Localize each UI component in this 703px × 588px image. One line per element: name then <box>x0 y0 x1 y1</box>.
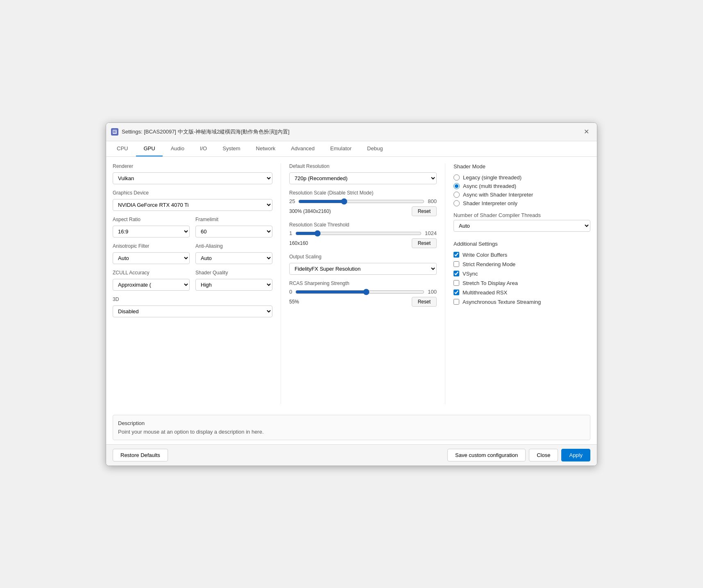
title-bar-left: Settings: [BCAS20097] 中文版-神秘海域2縱橫四海[動作角色… <box>111 128 290 136</box>
shader-legacy-label: Legacy (single threaded) <box>463 174 522 181</box>
description-text: Point your mouse at an option to display… <box>118 429 585 435</box>
tab-system[interactable]: System <box>215 141 247 156</box>
graphics-device-select[interactable]: NVIDIA GeForce RTX 4070 Ti <box>113 199 272 211</box>
save-custom-button[interactable]: Save custom configuration <box>447 449 526 461</box>
shader-legacy[interactable]: Legacy (single threaded) <box>454 174 590 181</box>
tab-advanced[interactable]: Advanced <box>283 141 322 156</box>
renderer-select[interactable]: Vulkan OpenGL Null <box>113 172 272 184</box>
async-texture-label: Asynchronous Texture Streaming <box>463 299 541 305</box>
mid-right-separator <box>445 163 445 404</box>
graphics-device-group: Graphics Device NVIDIA GeForce RTX 4070 … <box>113 190 272 211</box>
shader-async-interpreter-label: Async with Shader Interpreter <box>463 192 533 198</box>
restore-defaults-button[interactable]: Restore Defaults <box>113 449 168 461</box>
anti-aliasing-group: Anti-Aliasing Auto None FXAA TAA <box>195 243 272 264</box>
apply-button[interactable]: Apply <box>561 449 590 461</box>
description-box: Description Point your mouse at an optio… <box>113 415 590 440</box>
res-scale-value-row: 300% (3840x2160) Reset <box>289 206 437 216</box>
checkbox-vsync[interactable]: VSync <box>454 271 590 277</box>
checkbox-async-texture[interactable]: Asynchronous Texture Streaming <box>454 299 590 305</box>
res-threshold-slider[interactable] <box>295 230 422 237</box>
shader-quality-group: Shader Quality High Medium Low <box>195 270 272 291</box>
anisotropic-filter-group: Anisotropic Filter Auto 2x 4x 8x 16x <box>113 243 190 264</box>
checkbox-stretch-display[interactable]: Stretch To Display Area <box>454 280 590 286</box>
checkbox-write-color-buffers[interactable]: Write Color Buffers <box>454 252 590 258</box>
shader-interpreter-only[interactable]: Shader Interpreter only <box>454 200 590 206</box>
footer-left: Restore Defaults <box>113 449 168 461</box>
app-icon <box>111 128 118 136</box>
anisotropic-filter-select[interactable]: Auto 2x 4x 8x 16x <box>113 252 190 264</box>
threed-group: 3D Disabled Anaglyph Side-by-side <box>113 296 272 317</box>
res-threshold-slider-row: 1 1024 <box>289 230 437 237</box>
rcas-min: 0 <box>289 289 292 295</box>
res-scale-min: 25 <box>289 198 295 204</box>
multithreaded-rsx-checkbox[interactable] <box>454 289 459 295</box>
shader-async-radio[interactable] <box>454 183 460 189</box>
rcas-slider-row: 0 100 <box>289 289 437 295</box>
stretch-display-checkbox[interactable] <box>454 280 459 286</box>
rcas-reset-button[interactable]: Reset <box>412 297 437 307</box>
multithreaded-rsx-label: Multithreaded RSX <box>463 289 507 296</box>
tab-network[interactable]: Network <box>249 141 283 156</box>
svg-rect-2 <box>113 131 116 132</box>
shader-async-interpreter[interactable]: Async with Shader Interpreter <box>454 192 590 198</box>
res-threshold-reset-button[interactable]: Reset <box>412 238 437 248</box>
aspect-ratio-select[interactable]: 16:9 4:3 Auto <box>113 226 190 237</box>
checkbox-strict-rendering[interactable]: Strict Rendering Mode <box>454 261 590 267</box>
anisotropic-filter-label: Anisotropic Filter <box>113 243 190 249</box>
shader-radio-group: Legacy (single threaded) Async (multi th… <box>454 174 590 206</box>
tab-emulator[interactable]: Emulator <box>323 141 359 156</box>
aspect-ratio-label: Aspect Ratio <box>113 217 190 222</box>
threed-select[interactable]: Disabled Anaglyph Side-by-side <box>113 305 272 317</box>
main-content: Renderer Vulkan OpenGL Null Graphics Dev… <box>106 157 597 411</box>
default-resolution-select[interactable]: 720p (Recommended) 1080p 480p 4K <box>289 172 437 184</box>
res-scale-slider[interactable] <box>298 198 424 205</box>
zcull-accuracy-select[interactable]: Approximate ( Precise Relaxed <box>113 279 190 291</box>
tab-debug[interactable]: Debug <box>360 141 390 156</box>
tab-io[interactable]: I/O <box>193 141 214 156</box>
res-threshold-display: 160x160 <box>289 240 308 246</box>
res-scale-reset-button[interactable]: Reset <box>412 206 437 216</box>
framelimit-select[interactable]: Off 30 60 Auto <box>195 226 272 237</box>
res-threshold-label: Resolution Scale Threshold <box>289 222 437 228</box>
output-scaling-select[interactable]: FidelityFX Super Resolution Bilinear Nea… <box>289 263 437 275</box>
close-button[interactable]: ✕ <box>581 126 592 138</box>
rcas-label: RCAS Sharpening Strength <box>289 280 437 286</box>
strict-rendering-label: Strict Rendering Mode <box>463 261 515 267</box>
shader-legacy-radio[interactable] <box>454 174 460 181</box>
tab-gpu[interactable]: GPU <box>136 141 162 156</box>
zcull-shader-row: ZCULL Accuracy Approximate ( Precise Rel… <box>113 270 272 291</box>
shader-mode-title: Shader Mode <box>454 163 590 170</box>
tab-audio[interactable]: Audio <box>163 141 192 156</box>
footer-right: Save custom configuration Close Apply <box>447 449 590 461</box>
shader-async-interpreter-radio[interactable] <box>454 192 460 198</box>
footer: Restore Defaults Save custom configurati… <box>106 444 597 466</box>
zcull-accuracy-group: ZCULL Accuracy Approximate ( Precise Rel… <box>113 270 190 291</box>
res-scale-max: 800 <box>428 198 437 204</box>
stretch-display-label: Stretch To Display Area <box>463 280 518 286</box>
async-texture-checkbox[interactable] <box>454 299 459 305</box>
anti-aliasing-select[interactable]: Auto None FXAA TAA <box>195 252 272 264</box>
tab-cpu[interactable]: CPU <box>109 141 135 156</box>
shader-async-label: Async (multi threaded) <box>463 183 516 189</box>
shader-interpreter-only-radio[interactable] <box>454 200 460 206</box>
checkbox-multithreaded-rsx[interactable]: Multithreaded RSX <box>454 289 590 296</box>
shader-mode-section: Shader Mode Legacy (single threaded) Asy… <box>454 163 590 206</box>
svg-rect-1 <box>113 131 116 131</box>
shader-async[interactable]: Async (multi threaded) <box>454 183 590 189</box>
mid-column: Default Resolution 720p (Recommended) 10… <box>289 163 437 404</box>
framelimit-label: Framelimit <box>195 217 272 222</box>
shader-quality-select[interactable]: High Medium Low <box>195 279 272 291</box>
res-scale-section: Resolution Scale (Disable Strict Mode) 2… <box>289 190 437 216</box>
threads-select[interactable]: Auto 1 2 4 8 <box>454 220 590 232</box>
rcas-max: 100 <box>428 289 437 295</box>
write-color-buffers-checkbox[interactable] <box>454 252 459 258</box>
shader-interpreter-only-label: Shader Interpreter only <box>463 200 517 206</box>
threed-label: 3D <box>113 296 272 302</box>
output-scaling-group: Output Scaling FidelityFX Super Resoluti… <box>289 254 437 275</box>
vsync-label: VSync <box>463 271 478 277</box>
strict-rendering-checkbox[interactable] <box>454 261 459 267</box>
close-button-footer[interactable]: Close <box>529 449 558 461</box>
settings-window: Settings: [BCAS20097] 中文版-神秘海域2縱橫四海[動作角色… <box>106 122 597 466</box>
rcas-slider[interactable] <box>295 289 424 295</box>
vsync-checkbox[interactable] <box>454 271 459 276</box>
